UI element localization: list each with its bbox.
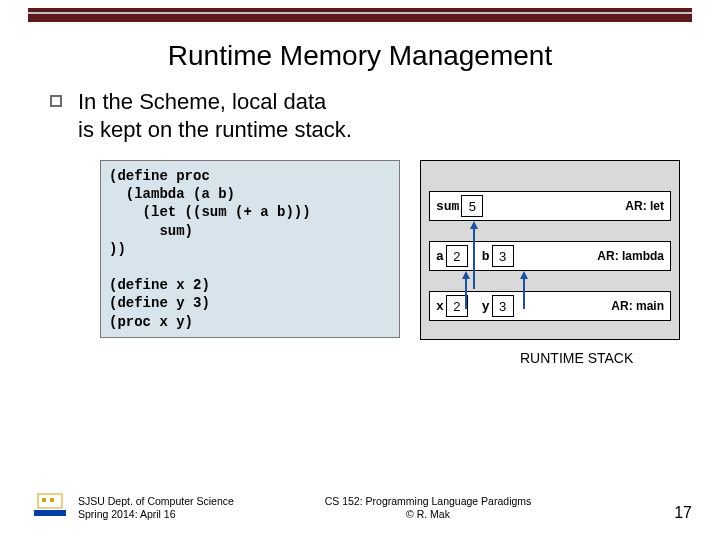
ar-tag: AR: main	[611, 299, 664, 313]
var-label: y	[482, 299, 492, 314]
var-cell: 3	[492, 245, 514, 267]
svg-rect-7	[42, 498, 46, 502]
footer-dept: SJSU Dept. of Computer Science	[78, 495, 288, 509]
var-cell: 5	[461, 195, 483, 217]
page-number: 17	[674, 504, 692, 522]
var-cell: 2	[446, 245, 468, 267]
slide-title: Runtime Memory Management	[0, 40, 720, 72]
bullet-square-icon	[50, 95, 62, 107]
bullet-text: In the Scheme, local data is kept on the…	[78, 88, 352, 143]
var-cell: 3	[492, 295, 514, 317]
footer-course: CS 152: Programming Language Paradigms	[288, 495, 568, 509]
activation-record-lambda: a 2 b 3 AR: lambda	[429, 241, 671, 271]
var-label: a	[436, 249, 446, 264]
ar-tag: AR: lambda	[597, 249, 664, 263]
svg-marker-3	[462, 271, 470, 279]
var-label: b	[482, 249, 492, 264]
footer: SJSU Dept. of Computer Science Spring 20…	[78, 495, 692, 522]
ar-tag: AR: let	[625, 199, 664, 213]
svg-marker-5	[520, 271, 528, 279]
slide: Runtime Memory Management In the Scheme,…	[0, 0, 720, 540]
svg-rect-9	[34, 510, 66, 516]
code-block: (define proc (lambda (a b) (let ((sum (+…	[100, 160, 400, 338]
sjsu-logo	[32, 492, 68, 522]
svg-marker-1	[470, 221, 478, 229]
var-label: x	[436, 299, 446, 314]
top-accent-bar	[28, 8, 692, 22]
activation-record-let: sum 5 AR: let	[429, 191, 671, 221]
arrow-icon	[460, 271, 472, 313]
svg-rect-8	[50, 498, 54, 502]
stack-caption: RUNTIME STACK	[520, 350, 633, 366]
var-label: sum	[436, 199, 461, 214]
footer-term: Spring 2014: April 16	[78, 508, 288, 522]
footer-author: © R. Mak	[288, 508, 568, 522]
arrow-icon	[518, 271, 530, 313]
runtime-stack-diagram: sum 5 AR: let a 2 b 3 AR: lambda x 2 y 3	[420, 160, 680, 340]
